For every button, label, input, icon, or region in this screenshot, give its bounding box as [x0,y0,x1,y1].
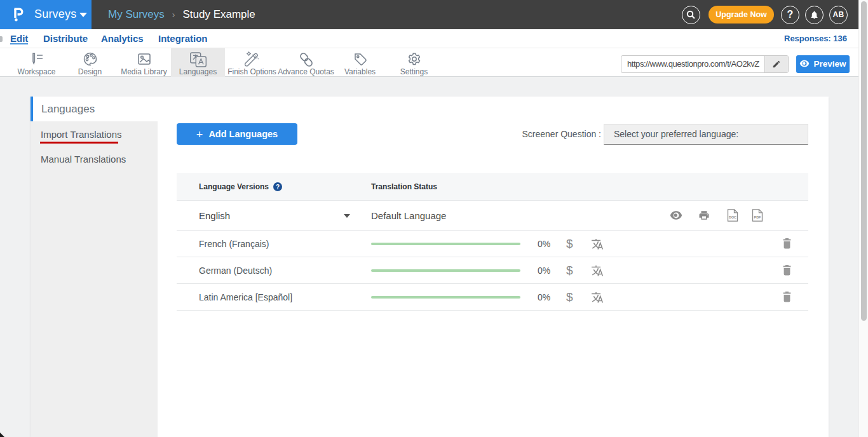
svg-text:?: ? [276,184,280,191]
svg-text:PDF: PDF [754,215,762,219]
svg-text:DOC: DOC [729,215,736,219]
